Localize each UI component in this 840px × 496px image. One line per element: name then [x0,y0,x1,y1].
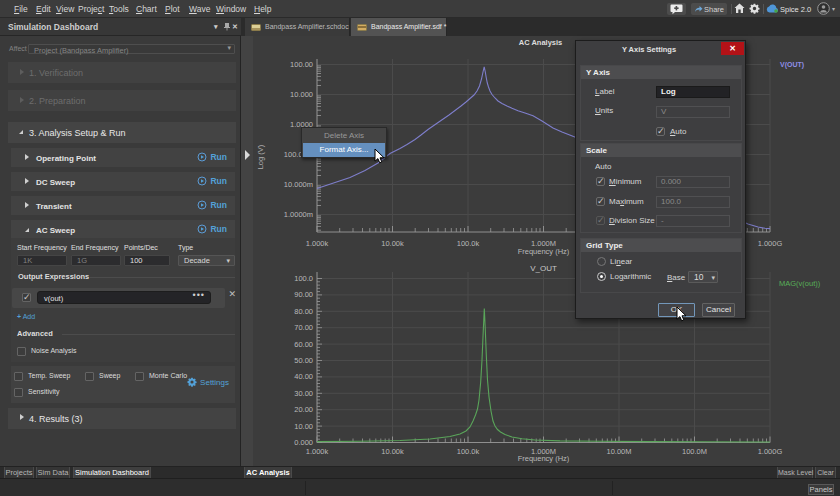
svg-text:100.0: 100.0 [294,274,313,283]
svg-text:Frequency (Hz): Frequency (Hz) [518,247,570,256]
svg-text:100.00: 100.00 [290,60,313,69]
svg-text:10.00k: 10.00k [381,239,404,248]
svg-text:10.00M: 10.00M [606,447,631,456]
svg-text:1.000G: 1.000G [758,447,783,456]
svg-text:10.00k: 10.00k [381,447,404,456]
svg-text:AC Analysis: AC Analysis [519,38,563,47]
svg-text:30.00: 30.00 [294,389,313,398]
svg-text:100.0k: 100.0k [457,447,480,456]
svg-text:1.0000m: 1.0000m [284,210,313,219]
svg-text:10.000: 10.000 [290,90,313,99]
svg-text:10.000m: 10.000m [284,180,313,189]
svg-text:100.0M: 100.0M [682,447,707,456]
svg-text:1.000k: 1.000k [306,447,329,456]
svg-text:40.00: 40.00 [294,372,313,381]
svg-text:50.00: 50.00 [294,356,313,365]
svg-text:V_OUT: V_OUT [530,264,557,273]
svg-text:1.000k: 1.000k [306,239,329,248]
svg-text:80.00: 80.00 [294,307,313,316]
svg-text:70.00: 70.00 [294,323,313,332]
svg-text:90.00: 90.00 [294,290,313,299]
svg-text:MAG(v(out)): MAG(v(out)) [779,279,821,288]
svg-text:Log (V): Log (V) [256,144,265,169]
svg-text:1.000G: 1.000G [758,239,783,248]
svg-text:V(OUT): V(OUT) [780,61,804,69]
svg-text:10.00: 10.00 [294,422,313,431]
svg-text:20.00: 20.00 [294,405,313,414]
svg-text:60.00: 60.00 [294,340,313,349]
svg-text:100.0k: 100.0k [457,239,480,248]
svg-text:Frequency (Hz): Frequency (Hz) [518,454,570,463]
